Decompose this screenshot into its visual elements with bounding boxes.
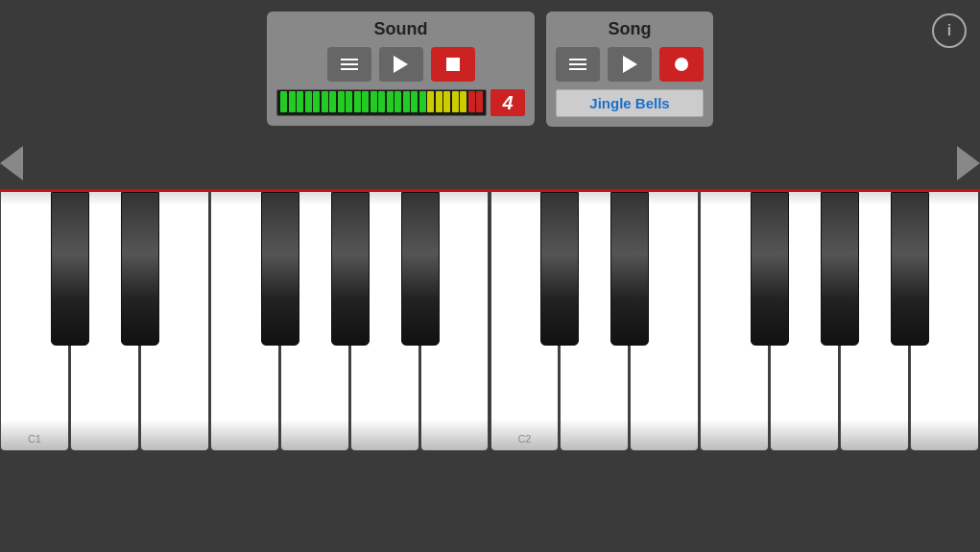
sound-stop-button[interactable] [431,47,475,82]
song-record-button[interactable] [659,47,704,82]
stop-icon [446,58,460,71]
black-key[interactable] [751,192,789,346]
song-name[interactable]: Jingle Bells [556,89,704,117]
song-panel-buttons [556,47,704,82]
nav-right-button[interactable] [957,146,980,180]
sound-panel-title: Sound [276,19,525,39]
list-icon [569,59,586,70]
song-panel-title: Song [556,19,704,39]
piano-section: C1C2 [0,189,980,451]
black-key[interactable] [821,192,859,346]
play-icon [623,56,637,73]
keyboard-container: C1C2 [0,192,980,451]
sound-list-button[interactable] [327,47,371,82]
black-key[interactable] [891,192,929,346]
black-key[interactable] [261,192,299,346]
song-panel: Song Jingle Bells [546,12,713,127]
info-button[interactable]: i [932,13,967,48]
song-list-button[interactable] [556,47,600,82]
nav-left-button[interactable] [0,146,23,180]
sound-play-button[interactable] [379,47,423,82]
left-arrow-icon [0,146,23,180]
black-key[interactable] [401,192,440,346]
top-controls: Sound 4 Song [0,0,980,136]
beat-counter: 4 [490,89,525,116]
right-arrow-icon [957,146,980,180]
black-key[interactable] [51,192,89,346]
sound-panel: Sound 4 [267,12,535,126]
black-key[interactable] [331,192,370,346]
black-key[interactable] [121,192,159,346]
info-icon: i [947,22,951,39]
c2-label: C2 [517,433,531,444]
volume-meter [276,89,487,116]
black-key[interactable] [610,192,649,346]
nav-area [0,136,980,189]
record-icon [675,58,688,71]
volume-meter-area: 4 [276,89,525,116]
sound-panel-buttons [276,47,525,82]
song-play-button[interactable] [608,47,652,82]
black-key[interactable] [540,192,579,346]
c1-label: C1 [28,433,41,444]
list-icon [341,59,358,70]
play-icon [394,56,408,73]
